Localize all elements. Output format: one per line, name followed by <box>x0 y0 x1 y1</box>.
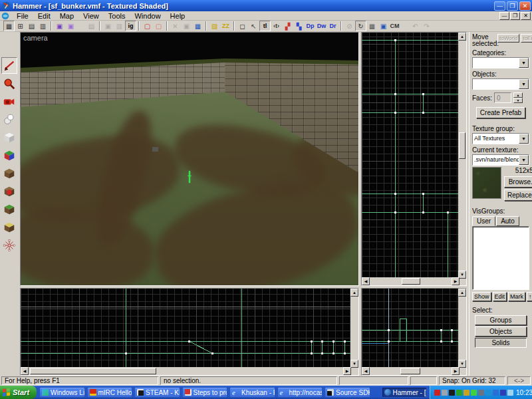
scroll-left-icon[interactable]: ◀ <box>362 277 370 285</box>
tray-icon-9[interactable] <box>493 390 499 396</box>
tray-icon-3[interactable] <box>449 390 455 396</box>
vertex-tool[interactable] <box>1 237 17 253</box>
taskbar-window-button[interactable]: Source SDK <box>325 387 370 398</box>
taskbar-window-button[interactable]: Windows Live M... <box>39 387 85 398</box>
load-window-state-icon[interactable]: ▣ <box>54 21 65 31</box>
save-icon[interactable]: ▤ <box>86 21 97 31</box>
tray-icon-1[interactable] <box>434 390 440 396</box>
taskbar-window-button[interactable]: STEAM - Khuskan <box>134 387 180 398</box>
select-objects-button[interactable]: Objects <box>475 327 527 336</box>
chevron-down-icon[interactable]: ▼ <box>519 134 529 144</box>
scrollbar-thumb[interactable] <box>30 368 156 374</box>
taskbar-window-button[interactable]: eKhuskan - Photo... <box>229 387 275 398</box>
tray-icon-6[interactable] <box>471 390 477 396</box>
redo-icon[interactable]: ↷ <box>421 21 432 31</box>
faces-input[interactable]: 0 <box>494 92 511 103</box>
taskbar-window-button[interactable]: mIRC Hellooo <box>87 387 133 398</box>
hide-unselected-icon[interactable]: ZZ <box>220 21 231 31</box>
visgroups-list[interactable] <box>472 226 529 290</box>
grid-toggle-icon[interactable]: ▦ <box>3 21 15 31</box>
group-icon[interactable]: ▢ <box>142 21 153 31</box>
spin-down-icon[interactable]: ▼ <box>513 98 523 103</box>
visgroups-show-button[interactable]: Show <box>472 292 491 301</box>
taskbar-window-button[interactable]: ehttp://nocashva... <box>277 387 323 398</box>
viewport-2d-top[interactable]: ▲ ▼ ◀ ▶ <box>361 32 467 286</box>
brush-red-icon[interactable]: ▞ <box>282 21 293 31</box>
scroll-left-icon[interactable]: ◀ <box>21 367 29 375</box>
tray-icon-5[interactable] <box>464 390 469 396</box>
viewport-2d-front[interactable]: ▲ ▼ ◀ ▶ <box>361 288 467 376</box>
texture-lock-button[interactable]: tl <box>259 21 271 31</box>
tray-icon-7[interactable] <box>478 390 484 396</box>
viewport-2d-side[interactable]: ▲ ▼ ◀ ▶ <box>20 288 359 376</box>
current-texture-dropdown[interactable]: .svn/nature/blenddirtgr▼ <box>472 154 529 166</box>
objects-dropdown[interactable]: ▼ <box>472 78 529 90</box>
to-entity-button[interactable]: toEntity <box>521 34 532 43</box>
resize-grip-icon[interactable]: <-> <box>507 376 531 385</box>
create-prefab-button[interactable]: Create Prefab <box>476 107 525 118</box>
minimize-button[interactable]: — <box>494 1 505 11</box>
tile-icon[interactable]: ▥ <box>114 21 125 31</box>
apply-current-texture-tool[interactable] <box>1 165 17 182</box>
viewport-3d-camera[interactable]: camera <box>20 32 359 286</box>
mdi-close-button[interactable]: ✕ <box>521 12 531 20</box>
restore-button[interactable]: ❐ <box>507 1 518 11</box>
scroll-right-icon[interactable]: ▶ <box>452 367 460 375</box>
tray-icon-10[interactable] <box>500 390 506 396</box>
toggle-group-ignore-button[interactable]: ig <box>125 21 136 31</box>
visgroups-tab-auto[interactable]: Auto <box>496 216 519 226</box>
cut-icon[interactable]: ✕ <box>170 21 181 31</box>
replace-button[interactable]: Replace... <box>504 190 532 201</box>
visgroups-edit-button[interactable]: Edit <box>493 292 507 301</box>
grid-3d-icon[interactable]: ⊞ <box>15 21 26 31</box>
visgroups-tab-user[interactable]: User <box>472 216 495 226</box>
cordon-icon[interactable]: ▣ <box>378 21 389 31</box>
select-solids-button[interactable]: Solids <box>475 338 527 348</box>
apply-decals-tool[interactable] <box>1 183 17 200</box>
mdi-restore-button[interactable]: ❐ <box>510 12 520 20</box>
select-groups-button[interactable]: Groups <box>475 315 527 325</box>
spin-up-icon[interactable]: ▲ <box>513 92 523 98</box>
menu-help[interactable]: Help <box>166 11 190 21</box>
scrollbar-thumb[interactable] <box>402 278 420 285</box>
hide-selected-icon[interactable]: ▨ <box>209 21 220 31</box>
selection-tool[interactable] <box>1 57 17 74</box>
categories-dropdown[interactable]: ▼ <box>472 57 529 68</box>
cursor-icon[interactable]: ↖ <box>248 21 259 31</box>
menu-file[interactable]: File <box>12 11 33 21</box>
disp-alpha-button[interactable]: Dr <box>327 21 338 31</box>
texture-group-dropdown[interactable]: All Textures▼ <box>472 133 529 144</box>
ungroup-icon[interactable]: ▢ <box>153 21 164 31</box>
start-button[interactable]: Start <box>0 386 37 399</box>
copy-icon[interactable]: ▣ <box>181 21 192 31</box>
move-up-icon[interactable]: ↑ <box>527 292 532 301</box>
taskbar-window-button[interactable]: Steps to produc... <box>182 387 228 398</box>
disp-paint-button[interactable]: Dp <box>305 21 316 31</box>
camera-tool[interactable] <box>1 93 17 110</box>
disp-sew-button[interactable]: Dw <box>316 21 327 31</box>
tray-icon-2[interactable] <box>442 390 448 396</box>
selection-box-icon[interactable]: ◻ <box>237 21 248 31</box>
save-window-state-icon[interactable]: ▣ <box>65 21 76 31</box>
entity-tool[interactable] <box>1 111 17 128</box>
grid-larger-icon[interactable]: ▥ <box>37 21 49 31</box>
block-tool[interactable] <box>1 129 17 146</box>
brush-blue-icon[interactable]: ▚ <box>293 21 305 31</box>
apply-overlays-tool[interactable] <box>1 201 17 217</box>
tray-icon-8[interactable] <box>485 390 491 396</box>
scrollbar-thumb[interactable] <box>459 132 466 159</box>
grid-smaller-icon[interactable]: ▤ <box>26 21 37 31</box>
split-face-icon[interactable]: ⊘ <box>344 21 355 31</box>
clipping-tool[interactable] <box>1 219 17 235</box>
texture-browser-icon[interactable]: ▦ <box>366 21 378 31</box>
cm-button[interactable]: CM <box>389 21 400 31</box>
menu-view[interactable]: View <box>78 11 104 21</box>
tray-icon-11[interactable] <box>507 390 513 396</box>
scroll-up-icon[interactable]: ▲ <box>458 33 466 41</box>
scroll-right-icon[interactable]: ▶ <box>452 277 460 285</box>
cascade-icon[interactable]: ▣ <box>102 21 114 31</box>
menu-map[interactable]: Map <box>55 11 78 21</box>
undo-icon[interactable]: ↶ <box>410 21 421 31</box>
chevron-down-icon[interactable]: ▼ <box>519 155 529 165</box>
chevron-down-icon[interactable]: ▼ <box>519 79 529 89</box>
